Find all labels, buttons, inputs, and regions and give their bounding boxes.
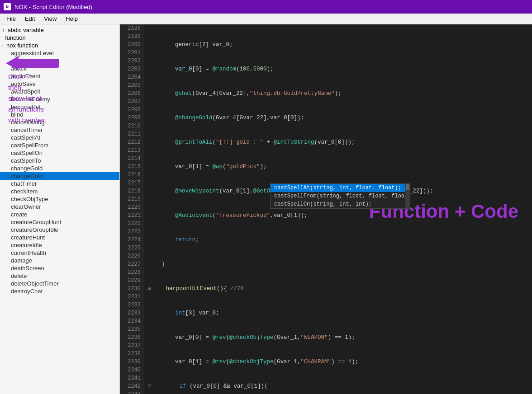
sidebar-item-creatureGroupIdle[interactable]: creatureGroupIdle xyxy=(0,226,119,234)
sidebar-item-delete[interactable]: delete xyxy=(0,272,119,280)
code-line-2206: return; xyxy=(148,236,528,244)
code-content[interactable]: generic[2] var_0; var_0[0] = @random(100… xyxy=(144,24,532,394)
sidebar-item-creatureIdle[interactable]: creatureIdle xyxy=(0,241,119,249)
menubar: File Edit View Help xyxy=(0,14,532,24)
menu-view[interactable]: View xyxy=(39,14,61,23)
menu-edit[interactable]: Edit xyxy=(20,14,39,23)
code-line-2208: ⊟ harpoonHitEvent(){ //78 xyxy=(148,285,528,293)
code-line-2207: } xyxy=(148,260,528,268)
sidebar-item-static-variable[interactable]: + static variable xyxy=(0,26,119,34)
scrollbar-thumb[interactable] xyxy=(406,184,409,190)
code-line-2212: ⊟ if (var_0[0] && var_0[1]){ xyxy=(148,382,528,390)
autocomplete-dropdown[interactable]: castSpellAt(string, int, float, float); … xyxy=(270,183,410,209)
code-line-2211: var_0[1] = @rev(@checkObjType(Gvar_1,"CH… xyxy=(148,358,528,366)
code-line-2210: var_0[0] = @rev(@checkObjType(Gvar_1,"WE… xyxy=(148,333,528,342)
window-title: NOX - Script Editor (Modified) xyxy=(14,4,92,10)
code-line-2209: int[3] var_0; xyxy=(148,309,528,317)
sidebar-item-chat[interactable]: changeGold xyxy=(0,172,119,180)
sidebar-item-currentHealth[interactable]: currentHealth xyxy=(0,249,119,257)
sidebar-item-castSpellOn[interactable]: castSpellOn xyxy=(0,149,119,157)
code-line-2202: @printToAll("[!!] gold : " + @intToStrin… xyxy=(148,138,528,146)
sidebar-item-castSpellFrom[interactable]: castSpellFrom xyxy=(0,141,119,149)
sidebar-item-audioEvent[interactable]: audioEvent xyxy=(0,72,119,80)
sidebar-item-creatureGroupHunt[interactable]: creatureGroupHunt xyxy=(0,218,119,226)
code-line-2200: @chat(Gvar_4[Gvar_22],"thing.db:GoldPret… xyxy=(148,89,528,98)
sidebar-item-changeGold[interactable]: changeGold xyxy=(0,164,119,172)
sidebar-tree[interactable]: + static variable function - nox functio… xyxy=(0,24,119,394)
menu-file[interactable]: File xyxy=(2,14,20,23)
sidebar-item-deleteObjectTimer[interactable]: deleteObjectTimer xyxy=(0,280,119,287)
sidebar-item-clearOwner[interactable]: clearOwner xyxy=(0,203,119,211)
code-editor[interactable]: 2198219922002201 2202220322042205 220622… xyxy=(120,24,532,394)
code-area: 2198219922002201 2202220322042205 220622… xyxy=(120,24,532,394)
sidebar-item-damage[interactable]: damage xyxy=(0,257,119,264)
menu-help[interactable]: Help xyxy=(61,14,82,23)
sidebar-item-aggressionLevel[interactable]: aggressionLevel xyxy=(0,49,119,57)
sidebar-item-deathScreen[interactable]: deathScreen xyxy=(0,264,119,272)
sidebar-item-areOwnedBy[interactable]: areOwnedBy xyxy=(0,57,119,65)
sidebar-item-destroyChat[interactable]: destroyChat xyxy=(0,287,119,295)
sidebar-item-creatureHunt[interactable]: creatureHunt xyxy=(0,234,119,241)
sidebar-item-chatTimer[interactable]: chatTimer xyxy=(0,180,119,188)
line-numbers: 2198219922002201 2202220322042205 220622… xyxy=(120,24,144,394)
sidebar-item-cancelTimer[interactable]: cancelTimer xyxy=(0,126,119,134)
sidebar-item-becomePet[interactable]: becomePet xyxy=(0,103,119,111)
ac-item-castSpellAt[interactable]: castSpellAt(string, int, float, float); xyxy=(271,184,410,192)
app-icon: N xyxy=(4,3,11,10)
sidebar-item-awardSpell[interactable]: awardSpell xyxy=(0,88,119,95)
sidebar-item-blind[interactable]: blind xyxy=(0,111,119,118)
sidebar-item-castSpellTo[interactable]: castSpellTo xyxy=(0,157,119,164)
autocomplete-scrollbar[interactable] xyxy=(405,184,410,208)
main-area: + static variable function - nox functio… xyxy=(0,24,532,394)
sidebar-item-becomeEnemy[interactable]: becomeEnemy xyxy=(0,95,119,103)
sidebar-item-castSpellAt[interactable]: castSpellAt xyxy=(0,134,119,141)
code-line-2205: @AudioEvent("TreasurePickup",var_0[1]); xyxy=(148,211,528,220)
sidebar-item-checkObjType[interactable]: checkObjType xyxy=(0,195,119,203)
code-line-2203: var_0[1] = @wp("goldPick"); xyxy=(148,163,528,171)
sidebar: + static variable function - nox functio… xyxy=(0,24,120,394)
ac-item-castSpellFrom[interactable]: castSpellFrom(string, float, float, floa xyxy=(271,192,410,200)
sidebar-item-function[interactable]: function xyxy=(0,34,119,42)
ac-item-castSpellOn[interactable]: castSpellOn(string, int, int); xyxy=(271,200,410,208)
sidebar-item-cancelDialog[interactable]: cancelDialog xyxy=(0,118,119,126)
code-line-2201: @changeGold(Gvar_4[Gvar_22],var_0[0]); xyxy=(148,114,528,122)
titlebar: N NOX - Script Editor (Modified) xyxy=(0,0,532,14)
code-line-2199: var_0[0] = @random(100,5000); xyxy=(148,65,528,73)
sidebar-item-attack[interactable]: attack xyxy=(0,65,119,72)
sidebar-item-create[interactable]: create xyxy=(0,211,119,218)
code-line-2198: generic[2] var_0; xyxy=(148,41,528,49)
sidebar-item-autoSave[interactable]: autoSave xyxy=(0,80,119,88)
sidebar-item-checkItem[interactable]: checkItem xyxy=(0,188,119,195)
sidebar-item-nox-function[interactable]: - nox function xyxy=(0,42,119,49)
